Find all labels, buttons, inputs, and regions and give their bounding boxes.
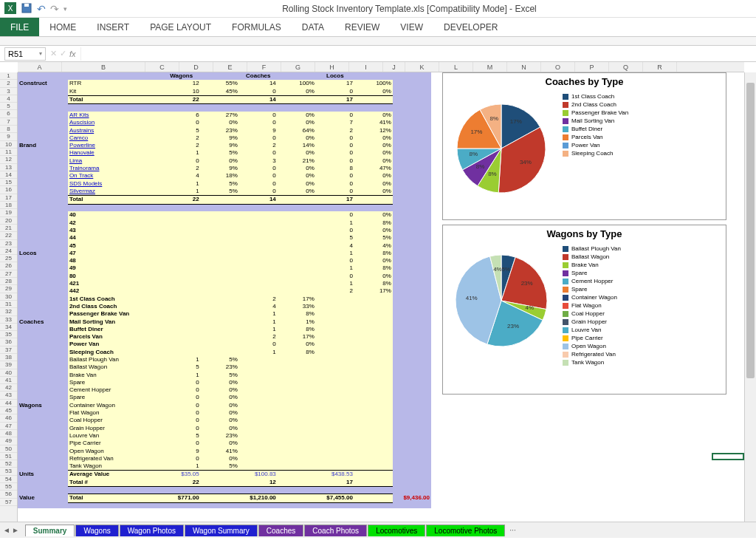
row-header-50[interactable]: 50 xyxy=(0,445,17,453)
row-header-46[interactable]: 46 xyxy=(0,414,17,422)
coaches-chart[interactable]: Coaches by Type17%34%8%8%8%17%8%1st Clas… xyxy=(442,72,726,220)
row-header-27[interactable]: 27 xyxy=(0,270,17,278)
ribbon-tab-view[interactable]: VIEW xyxy=(390,18,433,36)
row-header-6[interactable]: 6 xyxy=(0,110,17,117)
column-header-F[interactable]: F xyxy=(247,62,281,72)
sheet-tab-coach-photos[interactable]: Coach Photos xyxy=(304,525,367,536)
column-header-J[interactable]: J xyxy=(383,62,405,72)
column-header-C[interactable]: C xyxy=(145,62,179,72)
ribbon-tab-insert[interactable]: INSERT xyxy=(86,18,140,36)
row-header-23[interactable]: 23 xyxy=(0,240,17,247)
row-header-4[interactable]: 4 xyxy=(0,95,17,103)
row-header-7[interactable]: 7 xyxy=(0,118,17,126)
enter-icon[interactable]: ✓ xyxy=(60,49,66,58)
redo-icon[interactable]: ↷ xyxy=(50,3,59,15)
save-icon[interactable] xyxy=(21,2,32,16)
ribbon-tab-formulas[interactable]: FORMULAS xyxy=(221,18,292,36)
row-header-10[interactable]: 10 xyxy=(0,141,17,148)
row-header-48[interactable]: 48 xyxy=(0,430,17,437)
column-header-P[interactable]: P xyxy=(575,62,609,72)
wagons-chart[interactable]: Wagons by Type5%23%4%23%41%4%Ballast Plo… xyxy=(442,225,726,395)
row-header-32[interactable]: 32 xyxy=(0,308,17,315)
sheet-tab-locomotives[interactable]: Locomotives xyxy=(368,525,425,536)
sheet-content[interactable]: WagonsCoachesLocosConstructRTR1255%14100… xyxy=(18,72,744,522)
row-header-39[interactable]: 39 xyxy=(0,361,17,369)
sheet-tab-locomotive-photos[interactable]: Locomotive Photos xyxy=(426,525,505,536)
formula-input[interactable] xyxy=(80,47,752,61)
column-header-I[interactable]: I xyxy=(349,62,383,72)
row-header-5[interactable]: 5 xyxy=(0,103,17,110)
row-header-19[interactable]: 19 xyxy=(0,209,17,216)
row-header-41[interactable]: 41 xyxy=(0,377,17,384)
row-header-20[interactable]: 20 xyxy=(0,217,17,225)
sheet-tab-summary[interactable]: Summary xyxy=(25,525,75,536)
row-header-8[interactable]: 8 xyxy=(0,126,17,133)
fx-icon[interactable]: fx xyxy=(69,49,76,58)
row-header-40[interactable]: 40 xyxy=(0,369,17,377)
row-header-30[interactable]: 30 xyxy=(0,293,17,301)
row-header-3[interactable]: 3 xyxy=(0,88,17,95)
row-header-2[interactable]: 2 xyxy=(0,80,17,87)
column-header-M[interactable]: M xyxy=(473,62,507,72)
row-header-22[interactable]: 22 xyxy=(0,232,17,239)
row-header-24[interactable]: 24 xyxy=(0,247,17,255)
row-header-15[interactable]: 15 xyxy=(0,179,17,186)
cancel-icon[interactable]: ✕ xyxy=(50,49,57,58)
column-header-K[interactable]: K xyxy=(405,62,439,72)
ribbon-tab-developer[interactable]: DEVELOPER xyxy=(433,18,508,36)
row-header-29[interactable]: 29 xyxy=(0,285,17,293)
column-header-Q[interactable]: Q xyxy=(609,62,643,72)
column-header-H[interactable]: H xyxy=(315,62,349,72)
row-header-35[interactable]: 35 xyxy=(0,331,17,338)
scrollbar-thumb[interactable] xyxy=(746,83,755,378)
column-header-O[interactable]: O xyxy=(541,62,575,72)
name-box-dropdown-icon[interactable]: ▾ xyxy=(39,50,42,57)
column-header-D[interactable]: D xyxy=(179,62,213,72)
undo-icon[interactable]: ↶ xyxy=(37,3,46,15)
column-header-B[interactable]: B xyxy=(62,62,145,72)
row-header-1[interactable]: 1 xyxy=(0,72,17,80)
row-header-37[interactable]: 37 xyxy=(0,346,17,354)
column-header-R[interactable]: R xyxy=(643,62,677,72)
column-header-L[interactable]: L xyxy=(439,62,473,72)
row-header-33[interactable]: 33 xyxy=(0,316,17,324)
row-header-28[interactable]: 28 xyxy=(0,278,17,285)
row-header-55[interactable]: 55 xyxy=(0,483,17,491)
row-header-18[interactable]: 18 xyxy=(0,202,17,209)
row-header-36[interactable]: 36 xyxy=(0,338,17,346)
file-tab[interactable]: FILE xyxy=(0,18,39,36)
row-header-42[interactable]: 42 xyxy=(0,384,17,392)
ribbon-tab-home[interactable]: HOME xyxy=(39,18,86,36)
row-header-11[interactable]: 11 xyxy=(0,148,17,156)
vertical-scrollbar[interactable] xyxy=(744,72,756,522)
sheet-tab-coaches[interactable]: Coaches xyxy=(258,525,303,536)
sheet-tab-wagons[interactable]: Wagons xyxy=(75,525,118,536)
row-header-26[interactable]: 26 xyxy=(0,262,17,270)
name-box[interactable]: R51 ▾ xyxy=(4,47,46,61)
ribbon-tab-review[interactable]: REVIEW xyxy=(334,18,390,36)
row-header-43[interactable]: 43 xyxy=(0,392,17,399)
sheet-tab-wagon-photos[interactable]: Wagon Photos xyxy=(120,525,184,536)
sheet-tab-wagon-summary[interactable]: Wagon Summary xyxy=(185,525,258,536)
row-header-31[interactable]: 31 xyxy=(0,301,17,308)
column-header-A[interactable]: A xyxy=(18,62,62,72)
column-header-E[interactable]: E xyxy=(213,62,247,72)
row-header-51[interactable]: 51 xyxy=(0,453,17,460)
row-header-38[interactable]: 38 xyxy=(0,354,17,361)
sheet-nav-next-icon[interactable]: ► xyxy=(12,526,19,534)
row-header-47[interactable]: 47 xyxy=(0,423,17,430)
row-header-49[interactable]: 49 xyxy=(0,437,17,445)
row-header-25[interactable]: 25 xyxy=(0,255,17,262)
ribbon-tab-data[interactable]: DATA xyxy=(292,18,334,36)
sheet-tabs-more-icon[interactable]: ··· xyxy=(509,526,515,534)
row-header-54[interactable]: 54 xyxy=(0,476,17,483)
row-header-44[interactable]: 44 xyxy=(0,400,17,407)
row-header-9[interactable]: 9 xyxy=(0,133,17,140)
row-header-57[interactable]: 57 xyxy=(0,499,17,506)
row-header-17[interactable]: 17 xyxy=(0,194,17,202)
row-header-21[interactable]: 21 xyxy=(0,225,17,232)
row-header-16[interactable]: 16 xyxy=(0,186,17,194)
row-header-13[interactable]: 13 xyxy=(0,164,17,171)
row-header-53[interactable]: 53 xyxy=(0,468,17,475)
row-header-52[interactable]: 52 xyxy=(0,460,17,468)
